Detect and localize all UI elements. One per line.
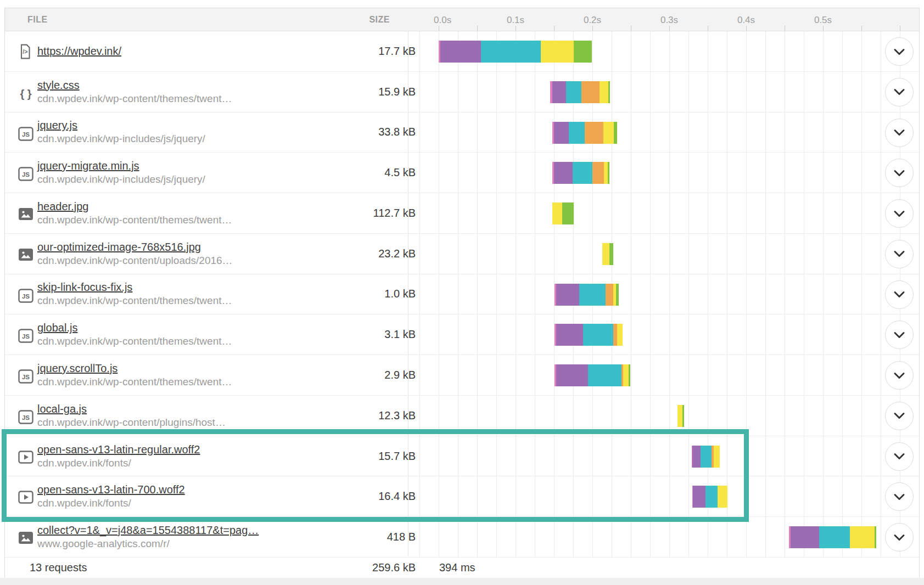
image-icon — [18, 531, 33, 547]
bar-segment-green — [616, 284, 618, 306]
file-size: 16.4 kB — [378, 476, 416, 516]
file-link[interactable]: our-optimized-image-768x516.jpg — [37, 241, 233, 253]
bar-segment-green — [608, 162, 609, 184]
bar-segment-green — [875, 526, 876, 548]
js-icon: JS — [18, 289, 33, 304]
time-axis-tick — [669, 26, 670, 31]
bar-segment-teal — [569, 122, 585, 144]
bar-segment-yellow — [714, 446, 720, 468]
time-axis-tick — [900, 26, 900, 31]
time-axis-tick — [477, 26, 478, 31]
bar-segment-yellow — [602, 243, 609, 265]
expand-row-button[interactable] — [885, 37, 914, 66]
svg-text:JS: JS — [22, 414, 30, 421]
bar-segment-green — [574, 41, 591, 63]
expand-row-button[interactable] — [885, 442, 914, 471]
table-row: our-optimized-image-768x516.jpg cdn.wpde… — [5, 234, 919, 274]
total-requests: 13 requests — [30, 558, 87, 577]
expand-row-button[interactable] — [885, 199, 914, 228]
table-row: /> https://wpdev.ink/ 17.7 kB — [5, 31, 919, 72]
js-icon: JS — [18, 369, 33, 385]
table-row: JS global.js cdn.wpdev.ink/wp-content/th… — [5, 314, 919, 355]
expand-row-button[interactable] — [885, 361, 914, 390]
file-info: local-ga.js cdn.wpdev.ink/wp-content/plu… — [37, 396, 226, 436]
file-url: cdn.wpdev.ink/wp-content/themes/twent… — [37, 295, 232, 307]
time-axis-tick — [439, 26, 439, 31]
expand-row-button[interactable] — [885, 523, 914, 552]
file-link[interactable]: global.js — [37, 322, 232, 334]
table-header: FILE SIZE 0.0s0.1s0.2s0.3s0.4s0.5s — [5, 8, 919, 31]
bar-segment-yellow — [850, 526, 875, 548]
file-info: open-sans-v13-latin-regular.woff2 cdn.wp… — [37, 436, 200, 476]
time-axis-label: 0.0s — [434, 15, 451, 26]
expand-row-button[interactable] — [885, 119, 914, 147]
expand-row-button[interactable] — [885, 320, 914, 349]
bar-segment-green — [629, 364, 630, 386]
table-row: header.jpg cdn.wpdev.ink/wp-content/them… — [5, 193, 919, 234]
bar-segment-purple — [693, 486, 705, 508]
file-link[interactable]: skip-link-focus-fix.js — [37, 281, 232, 293]
svg-text:JS: JS — [22, 293, 30, 300]
file-link[interactable]: style.css — [37, 79, 232, 91]
bar-segment-teal — [583, 324, 613, 346]
file-link[interactable]: jquery-migrate.min.js — [37, 160, 205, 172]
js-icon: JS — [18, 127, 33, 142]
js-icon: JS — [18, 167, 33, 182]
bar-segment-green — [614, 122, 617, 144]
file-info: header.jpg cdn.wpdev.ink/wp-content/them… — [37, 193, 232, 233]
time-axis-tick — [861, 26, 862, 31]
file-link[interactable]: jquery.js — [37, 119, 205, 131]
file-link[interactable]: open-sans-v13-latin-700.woff2 — [37, 483, 185, 496]
request-rows: /> https://wpdev.ink/ 17.7 kB { } style.… — [5, 31, 919, 558]
bar-segment-yellow — [718, 486, 727, 508]
time-axis-tick — [785, 26, 785, 31]
expand-row-button[interactable] — [885, 240, 914, 268]
file-info: style.css cdn.wpdev.ink/wp-content/theme… — [37, 72, 232, 112]
file-url: cdn.wpdev.ink/wp-content/themes/twent… — [37, 93, 232, 105]
chevron-down-icon — [893, 331, 905, 339]
file-link[interactable]: jquery.scrollTo.js — [37, 362, 232, 374]
file-link[interactable]: open-sans-v13-latin-regular.woff2 — [37, 443, 200, 455]
file-size: 418 B — [387, 517, 416, 557]
file-link[interactable]: https://wpdev.ink/ — [37, 45, 121, 57]
bar-segment-teal — [573, 162, 592, 184]
file-url: cdn.wpdev.ink/wp-includes/js/jquery/ — [37, 133, 205, 145]
file-link[interactable]: collect?v=1&_v=j48&a=1554388117&t=pag… — [37, 524, 259, 536]
file-info: collect?v=1&_v=j48&a=1554388117&t=pag… w… — [37, 517, 259, 557]
bar-segment-teal — [705, 486, 718, 508]
bar-segment-purple — [440, 41, 481, 63]
expand-row-button[interactable] — [885, 78, 914, 106]
expand-row-button[interactable] — [885, 482, 914, 511]
file-size: 33.8 kB — [378, 113, 416, 153]
file-url: cdn.wpdev.ink/fonts/ — [37, 457, 200, 469]
bar-segment-purple — [791, 526, 819, 548]
file-size: 3.1 kB — [384, 314, 416, 355]
bar-segment-teal — [566, 81, 581, 103]
file-info: our-optimized-image-768x516.jpg cdn.wpde… — [37, 234, 233, 274]
file-info: jquery.js cdn.wpdev.ink/wp-includes/js/j… — [37, 113, 205, 153]
expand-row-button[interactable] — [885, 159, 914, 187]
expand-row-button[interactable] — [885, 280, 914, 309]
file-size: 2.9 kB — [384, 355, 416, 395]
table-row: collect?v=1&_v=j48&a=1554388117&t=pag… w… — [5, 517, 919, 558]
file-link[interactable]: local-ga.js — [37, 403, 226, 415]
code-file-icon: /> — [18, 44, 33, 59]
expand-row-button[interactable] — [885, 402, 914, 430]
file-url: cdn.wpdev.ink/wp-content/themes/twent… — [37, 376, 232, 388]
chevron-down-icon — [893, 372, 905, 379]
bar-segment-green — [608, 81, 610, 103]
chevron-down-icon — [893, 250, 905, 257]
bar-segment-teal — [701, 446, 712, 468]
time-axis-label: 0.5s — [814, 15, 832, 26]
bar-segment-green — [682, 405, 684, 427]
bar-segment-yellow — [552, 203, 562, 224]
bar-segment-orange — [585, 122, 603, 144]
time-axis-tick — [631, 26, 631, 31]
total-load-time: 394 ms — [439, 558, 475, 577]
file-link[interactable]: header.jpg — [37, 200, 232, 212]
chevron-down-icon — [893, 493, 905, 500]
chevron-down-icon — [893, 129, 905, 136]
time-axis-label: 0.3s — [660, 15, 678, 26]
bar-segment-yellow — [623, 364, 629, 386]
file-size: 15.9 kB — [378, 72, 416, 112]
